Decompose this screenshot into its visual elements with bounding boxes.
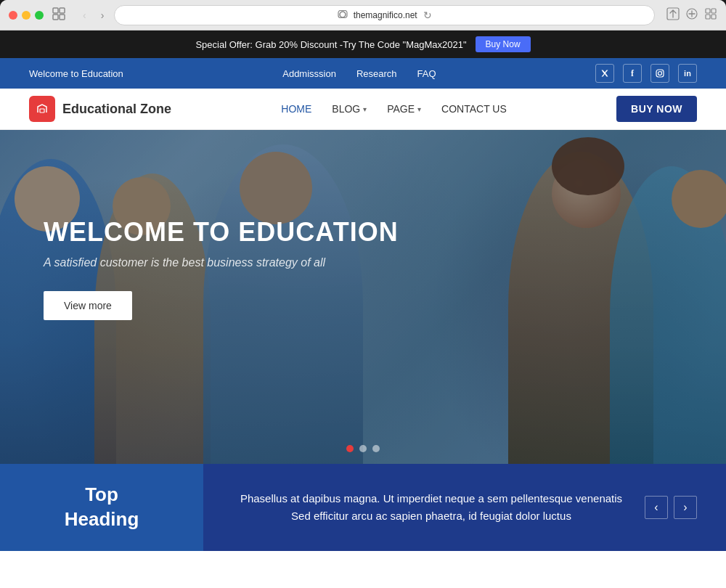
svg-rect-8: [706, 9, 710, 13]
minimize-window-btn[interactable]: [22, 11, 30, 20]
bottom-left-panel: TopHeading: [0, 464, 203, 551]
instagram-icon[interactable]: [650, 64, 669, 83]
grid-icon[interactable]: [704, 7, 717, 23]
new-tab-icon[interactable]: [685, 7, 698, 23]
hero-view-more-button[interactable]: View more: [44, 291, 132, 320]
svg-point-14: [661, 71, 662, 72]
banner-buy-now-button[interactable]: Buy Now: [476, 36, 531, 52]
svg-rect-11: [711, 15, 716, 19]
nav-contact-link[interactable]: CONTACT US: [441, 103, 507, 115]
svg-rect-9: [711, 9, 716, 13]
nav-page-dropdown[interactable]: PAGE ▾: [387, 103, 421, 115]
secondary-nav-links: Addmisssion Research FAQ: [282, 68, 436, 79]
svg-point-4: [340, 12, 346, 17]
browser-window: ‹ › themagnifico.net ↻: [0, 0, 726, 588]
browser-toolbar-actions: [666, 7, 717, 23]
hero-dot-1[interactable]: [346, 445, 354, 452]
svg-rect-3: [60, 15, 65, 20]
address-bar[interactable]: themagnifico.net ↻: [114, 5, 655, 25]
linkedin-icon[interactable]: in: [678, 64, 697, 83]
social-links: f in: [595, 64, 697, 83]
blog-dropdown-arrow: ▾: [363, 105, 367, 113]
main-navigation: Educational Zone HOME BLOG ▾ PAGE ▾ CONT…: [0, 89, 726, 130]
carousel-navigation: ‹ ›: [645, 496, 697, 519]
bottom-body-text: Phasellus at dapibus magna. Ut imperdiet…: [240, 490, 623, 525]
nav-home-link[interactable]: HOME: [281, 103, 311, 115]
hero-dot-3[interactable]: [372, 445, 380, 452]
top-banner: Special Offer: Grab 20% Discount -Try Th…: [0, 30, 726, 58]
twitter-icon[interactable]: [595, 64, 614, 83]
logo[interactable]: Educational Zone: [29, 96, 171, 122]
close-window-btn[interactable]: [9, 11, 17, 20]
buy-now-button[interactable]: BUY NOW: [616, 96, 697, 122]
refresh-icon[interactable]: ↻: [423, 9, 432, 21]
svg-rect-12: [656, 70, 664, 77]
admission-link[interactable]: Addmisssion: [282, 68, 336, 79]
page-dropdown-arrow: ▾: [417, 105, 421, 113]
url-display: themagnifico.net: [354, 10, 417, 20]
main-nav-links: HOME BLOG ▾ PAGE ▾ CONTACT US: [281, 103, 507, 115]
maximize-window-btn[interactable]: [35, 11, 44, 20]
svg-rect-10: [706, 15, 710, 19]
banner-text: Special Offer: Grab 20% Discount -Try Th…: [195, 39, 466, 50]
bottom-section: TopHeading Phasellus at dapibus magna. U…: [0, 464, 726, 551]
bottom-heading: TopHeading: [65, 483, 139, 532]
svg-rect-2: [53, 15, 58, 20]
research-link[interactable]: Research: [356, 68, 397, 79]
faq-link[interactable]: FAQ: [417, 68, 436, 79]
prev-arrow-button[interactable]: ‹: [645, 496, 668, 519]
forward-button[interactable]: ›: [97, 8, 109, 23]
nav-blog-dropdown[interactable]: BLOG ▾: [332, 103, 367, 115]
logo-text: Educational Zone: [62, 102, 171, 117]
window-icon: [52, 7, 65, 23]
browser-window-controls: [9, 11, 44, 20]
hero-title: WELCOME TO EDUCATION: [44, 217, 682, 248]
hero-section: WELCOME TO EDUCATION A satisfied custome…: [0, 130, 726, 464]
bottom-right-panel: Phasellus at dapibus magna. Ut imperdiet…: [203, 464, 726, 551]
share-icon[interactable]: [666, 7, 680, 23]
hero-carousel-dots: [346, 445, 380, 452]
svg-rect-0: [53, 8, 58, 13]
next-arrow-button[interactable]: ›: [674, 496, 697, 519]
facebook-icon[interactable]: f: [623, 64, 642, 83]
logo-icon: [29, 96, 55, 122]
hero-text-content: WELCOME TO EDUCATION A satisfied custome…: [0, 130, 726, 349]
website-content: Special Offer: Grab 20% Discount -Try Th…: [0, 30, 726, 588]
back-button[interactable]: ‹: [78, 8, 91, 23]
browser-navigation: ‹ ›: [78, 8, 108, 23]
browser-titlebar: ‹ › themagnifico.net ↻: [0, 0, 726, 30]
hero-dot-2[interactable]: [359, 445, 367, 452]
welcome-text: Welcome to Education: [29, 68, 123, 79]
hero-subtitle: A satisfied customer is the best busines…: [44, 256, 682, 269]
svg-point-13: [658, 72, 661, 75]
secondary-navigation: Welcome to Education Addmisssion Researc…: [0, 58, 726, 89]
svg-rect-1: [60, 8, 65, 13]
